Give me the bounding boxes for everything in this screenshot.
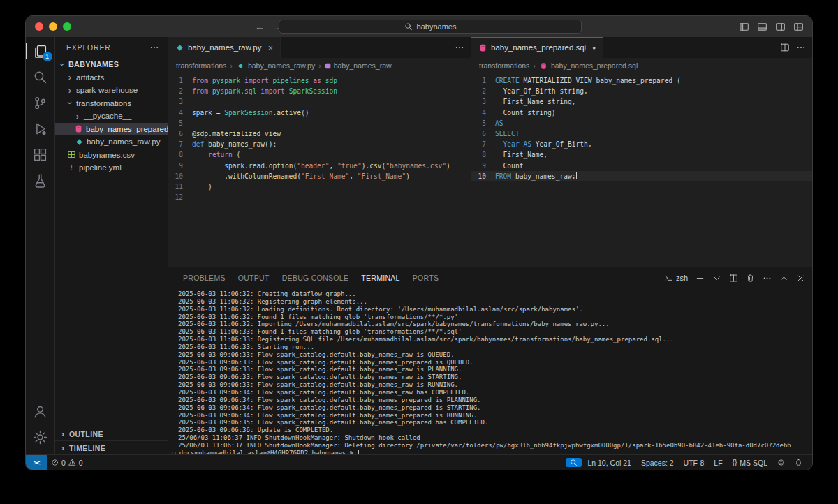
activity-testing-icon[interactable] bbox=[26, 168, 55, 193]
more-actions-icon[interactable] bbox=[455, 43, 464, 52]
chevron-down-icon: › bbox=[58, 61, 67, 68]
code-line[interactable]: 12 bbox=[168, 192, 471, 202]
code-line[interactable]: 1CREATE MATERIALIZED VIEW baby_names_pre… bbox=[471, 75, 812, 86]
file-pipeline.yml[interactable]: !pipeline.yml bbox=[55, 161, 168, 175]
code-line[interactable]: 3 First_Name string, bbox=[471, 96, 812, 107]
activity-run-and-debug-icon[interactable] bbox=[26, 116, 55, 142]
activity-extensions-icon[interactable] bbox=[26, 142, 55, 168]
file-baby_names_prepared.sql[interactable]: baby_names_prepared.sql bbox=[55, 123, 168, 136]
code-line[interactable]: 1from pyspark import pipelines as sdp bbox=[168, 75, 471, 86]
activity-explorer-icon[interactable]: 1 bbox=[26, 38, 55, 64]
new-terminal-icon[interactable] bbox=[696, 274, 705, 283]
code-line[interactable]: 9 Count bbox=[471, 161, 812, 171]
activity-search-icon[interactable] bbox=[26, 64, 55, 90]
code-line[interactable]: 2from pyspark.sql import SparkSession bbox=[168, 86, 471, 96]
code-text: Year_Of_Birth string, bbox=[495, 86, 588, 96]
minimize-window-button[interactable] bbox=[49, 22, 57, 31]
code-line[interactable]: 2 Year_Of_Birth string, bbox=[471, 86, 812, 96]
status-indentation[interactable]: Spaces: 2 bbox=[637, 458, 678, 468]
code-line[interactable]: 5 bbox=[168, 118, 471, 128]
code-line[interactable]: 6@sdp.materialized_view bbox=[168, 128, 471, 139]
more-actions-icon[interactable] bbox=[796, 43, 806, 52]
panel-tab-ports[interactable]: PORTS bbox=[406, 267, 445, 288]
item-label: transformations bbox=[76, 99, 131, 108]
split-terminal-icon[interactable] bbox=[729, 274, 738, 283]
close-tab-icon[interactable]: × bbox=[267, 43, 273, 53]
problems-status[interactable]: 0 0 bbox=[47, 458, 87, 468]
breadcrumb-item[interactable]: transformations bbox=[176, 61, 226, 70]
activity-source-control-icon[interactable] bbox=[26, 90, 55, 116]
terminal-more-actions-icon[interactable] bbox=[763, 274, 772, 283]
activity-accounts-icon[interactable] bbox=[26, 399, 55, 424]
code-line[interactable]: 10 .withColumnRenamed("First Name", "Fir… bbox=[168, 171, 471, 181]
code-editor-sql[interactable]: 1CREATE MATERIALIZED VIEW baby_names_pre… bbox=[471, 73, 812, 267]
folder-transformations[interactable]: ›transformations bbox=[55, 97, 168, 110]
tab-baby-names-prepared-sql[interactable]: baby_names_prepared.sql ● bbox=[471, 37, 603, 58]
toggle-primary-side-bar-icon[interactable] bbox=[739, 22, 749, 32]
status-eol[interactable]: LF bbox=[710, 458, 726, 468]
back-button[interactable]: ← bbox=[255, 21, 265, 32]
code-line[interactable]: 7def baby_names_raw(): bbox=[168, 139, 471, 149]
close-panel-icon[interactable] bbox=[796, 274, 805, 283]
status-zoom-indicator[interactable] bbox=[566, 458, 582, 467]
tab-label: baby_names_prepared.sql bbox=[491, 43, 586, 52]
toggle-secondary-side-bar-icon[interactable] bbox=[775, 22, 786, 32]
terminal-profiles-dropdown-icon[interactable] bbox=[712, 274, 721, 283]
modified-dot-icon[interactable]: ● bbox=[592, 45, 596, 51]
status-feedback[interactable] bbox=[773, 458, 789, 467]
customize-layout-icon[interactable] bbox=[793, 22, 804, 32]
code-line[interactable]: 4spark = SparkSession.active() bbox=[168, 108, 471, 118]
code-line[interactable]: 11 ) bbox=[168, 181, 471, 192]
panel-tab-debug-console[interactable]: DEBUG CONSOLE bbox=[276, 267, 355, 288]
tab-baby-names-raw-py[interactable]: baby_names_raw.py × bbox=[168, 37, 281, 58]
folder-BABYNAMES[interactable]: ›BABYNAMES bbox=[55, 58, 168, 71]
status-language-mode[interactable]: {}MS SQL bbox=[728, 458, 772, 468]
code-line[interactable]: 7 Year AS Year_Of_Birth, bbox=[471, 139, 812, 149]
zoom-window-button[interactable] bbox=[63, 22, 71, 31]
split-editor-icon[interactable] bbox=[780, 43, 790, 52]
sidebar-section-outline[interactable]: ›OUTLINE bbox=[55, 427, 168, 440]
toggle-panel-icon[interactable] bbox=[757, 22, 767, 32]
close-window-button[interactable] bbox=[35, 22, 43, 31]
code-text: def baby_names_raw(): bbox=[192, 139, 277, 149]
folder-spark-warehouse[interactable]: ›spark-warehouse bbox=[55, 84, 168, 97]
code-line[interactable]: 10FROM baby_names_raw; bbox=[471, 171, 812, 181]
status-encoding[interactable]: UTF-8 bbox=[679, 458, 709, 468]
code-line[interactable]: 4 Count string) bbox=[471, 108, 812, 118]
command-center-search[interactable]: babynames bbox=[279, 20, 582, 34]
breadcrumb-item[interactable]: baby_names_raw.py bbox=[236, 61, 315, 71]
code-line[interactable]: 8 return ( bbox=[168, 149, 471, 160]
code-editor-python[interactable]: 1from pyspark import pipelines as sdp2fr… bbox=[168, 73, 471, 267]
panel-tab-output[interactable]: OUTPUT bbox=[232, 267, 276, 288]
code-line[interactable]: 5AS bbox=[471, 118, 812, 128]
code-line[interactable]: 6SELECT bbox=[471, 128, 812, 139]
folder-__pycache__[interactable]: ›__pycache__ bbox=[55, 110, 168, 123]
sidebar-section-timeline[interactable]: ›TIMELINE bbox=[55, 440, 168, 454]
breadcrumb-item[interactable]: baby_names_prepared.sql bbox=[539, 61, 638, 71]
terminal-launch-profile-icon[interactable]: zsh bbox=[664, 274, 688, 283]
terminal-prompt[interactable]: ○ docsmuhammadbilal.aslam@H4GHP7GPD2 bab… bbox=[172, 450, 812, 454]
code-text: CREATE MATERIALIZED VIEW baby_names_prep… bbox=[495, 75, 681, 86]
kill-terminal-icon[interactable] bbox=[746, 274, 755, 283]
file-babynames.csv[interactable]: babynames.csv bbox=[55, 149, 168, 162]
maximize-panel-icon[interactable] bbox=[779, 274, 788, 283]
activity-settings-icon[interactable] bbox=[26, 424, 55, 450]
terminal-line: 2025-06-03 09:06:34: Flow spark_catalog.… bbox=[178, 412, 812, 420]
terminal-line: 2025-06-03 11:06:33: Found 1 files match… bbox=[178, 328, 812, 336]
code-line[interactable]: 3 bbox=[168, 96, 471, 107]
code-text: First_Name string, bbox=[495, 96, 576, 107]
status-cursor-position[interactable]: Ln 10, Col 21 bbox=[583, 458, 635, 468]
code-line[interactable]: 8 First_Name, bbox=[471, 149, 812, 160]
terminal[interactable]: 2025-06-03 11:06:32: Creating dataflow g… bbox=[168, 288, 812, 454]
more-actions-icon[interactable] bbox=[149, 43, 159, 52]
panel-tab-terminal[interactable]: TERMINAL bbox=[355, 267, 406, 288]
editor-group-sql: baby_names_prepared.sql ● transformation… bbox=[471, 37, 812, 267]
status-notifications[interactable] bbox=[791, 458, 807, 467]
folder-artifacts[interactable]: ›artifacts bbox=[55, 71, 168, 84]
code-line[interactable]: 9 spark.read.option("header", "true").cs… bbox=[168, 161, 471, 171]
breadcrumb-item[interactable]: transformations bbox=[479, 61, 529, 70]
remote-indicator[interactable]: >< bbox=[26, 455, 47, 470]
file-baby_names_raw.py[interactable]: baby_names_raw.py bbox=[55, 135, 168, 149]
panel-tab-problems[interactable]: PROBLEMS bbox=[177, 267, 232, 288]
breadcrumb-item[interactable]: baby_names_raw bbox=[325, 61, 392, 70]
